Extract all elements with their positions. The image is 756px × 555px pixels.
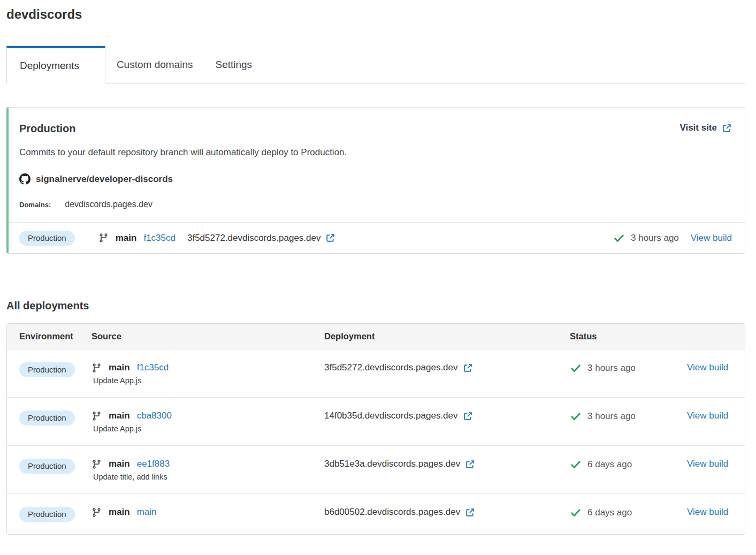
check-icon [613, 232, 625, 244]
production-deployment-row: Production main f1c35cd 3f5d5272.devdisc… [9, 222, 745, 253]
deployment-time: 6 days ago [587, 459, 632, 470]
branch-name: main [109, 410, 130, 421]
page-title: devdiscords [6, 5, 745, 24]
environment-badge: Production [19, 362, 75, 377]
github-icon [19, 173, 30, 185]
deployment-url-text: 14f0b35d.devdiscords.pages.dev [324, 410, 458, 421]
domains-label: Domains: [19, 201, 51, 209]
table-row: Production main ee1f883 Update title, ad… [7, 445, 745, 493]
deployment-url[interactable]: 3f5d5272.devdiscords.pages.dev [187, 233, 336, 244]
view-build-link[interactable]: View build [687, 362, 728, 372]
deployments-table-header: Environment Source Deployment Status [7, 324, 745, 349]
deployment-time: 3 hours ago [631, 233, 679, 244]
deployment-time: 3 hours ago [587, 363, 636, 374]
column-header-environment: Environment [19, 331, 91, 341]
deployment-url[interactable]: 3db51e3a.devdiscords.pages.dev [324, 459, 570, 469]
deployment-status: 6 days ago [570, 459, 687, 470]
view-build-link[interactable]: View build [687, 507, 728, 517]
environment-badge: Production [19, 459, 75, 474]
deployment-url[interactable]: 3f5d5272.devdiscords.pages.dev [324, 362, 570, 373]
environment-badge: Production [19, 231, 75, 246]
visit-site-label: Visit site [679, 123, 717, 133]
external-link-icon [722, 123, 732, 133]
check-icon [570, 362, 582, 374]
external-link-icon [325, 233, 335, 243]
tab-bar: Deployments Custom domains Settings [6, 46, 745, 83]
table-row: Production main main b6d00502.devdiscord… [7, 493, 745, 534]
external-link-icon [465, 459, 475, 469]
production-card-title: Production [19, 123, 76, 135]
deployment-status: 3 hours ago [570, 410, 687, 422]
tab-label: Settings [215, 59, 252, 71]
deployment-time: 3 hours ago [587, 411, 636, 422]
deployment-url[interactable]: 14f0b35d.devdiscords.pages.dev [324, 410, 570, 421]
deployment-url-text: b6d00502.devdiscords.pages.dev [324, 507, 460, 518]
deployment-status: 6 days ago [570, 507, 687, 519]
visit-site-link[interactable]: Visit site [679, 123, 732, 133]
commit-message: Update title, add links [91, 473, 324, 481]
table-row: Production main f1c35cd Update App.js 3f… [7, 349, 745, 397]
column-header-source: Source [91, 331, 324, 341]
branch-name: main [116, 233, 137, 244]
external-link-icon [465, 507, 475, 518]
tab-label: Custom domains [117, 59, 193, 71]
commit-link[interactable]: main [137, 507, 157, 518]
tab-settings[interactable]: Settings [204, 46, 263, 83]
commit-message: Update App.js [91, 376, 324, 385]
commit-link[interactable]: f1c35cd [143, 233, 175, 244]
tab-label: Deployments [20, 60, 79, 72]
pages-project-page: devdiscords Deployments Custom domains S… [0, 0, 756, 535]
domains-line: Domains: devdiscords.pages.dev [19, 200, 732, 209]
deployment-status: 3 hours ago [570, 362, 687, 374]
repo-name: signalnerve/developer-discords [36, 174, 173, 185]
git-branch-icon [91, 507, 102, 518]
git-branch-icon [91, 363, 102, 373]
table-row: Production main cba8300 Update App.js 14… [7, 397, 745, 445]
branch-name: main [109, 362, 130, 373]
deployment-url-text: 3f5d5272.devdiscords.pages.dev [324, 362, 458, 373]
production-description: Commits to your default repository branc… [19, 147, 732, 158]
git-branch-icon [91, 459, 102, 469]
check-icon [570, 459, 582, 470]
commit-link[interactable]: f1c35cd [137, 362, 169, 373]
git-branch-icon [98, 233, 109, 243]
column-header-deployment: Deployment [324, 331, 570, 341]
deployment-status: 3 hours ago [613, 232, 679, 244]
view-build-link[interactable]: View build [687, 459, 728, 469]
branch-name: main [109, 507, 130, 518]
deployment-url-text: 3db51e3a.devdiscords.pages.dev [324, 459, 460, 469]
tab-deployments[interactable]: Deployments [6, 46, 105, 83]
environment-badge: Production [19, 507, 75, 522]
commit-link[interactable]: ee1f883 [137, 459, 170, 469]
check-icon [570, 507, 582, 519]
domains-value: devdiscords.pages.dev [65, 200, 152, 209]
external-link-icon [463, 363, 473, 373]
external-link-icon [463, 411, 473, 421]
production-card: Production Visit site Commits to your de… [6, 107, 745, 254]
deployment-time: 6 days ago [587, 507, 632, 518]
commit-message: Update App.js [91, 424, 324, 433]
branch-name: main [109, 459, 130, 469]
environment-badge: Production [19, 410, 75, 425]
view-build-link[interactable]: View build [687, 410, 728, 421]
check-icon [570, 410, 582, 422]
git-branch-icon [91, 411, 102, 421]
column-header-status: Status [570, 331, 687, 341]
deployment-url-text: 3f5d5272.devdiscords.pages.dev [187, 233, 321, 244]
repo-link[interactable]: signalnerve/developer-discords [19, 173, 732, 185]
deployment-url[interactable]: b6d00502.devdiscords.pages.dev [324, 507, 570, 518]
deployments-table-body: Production main f1c35cd Update App.js 3f… [7, 349, 745, 534]
deployments-table: Environment Source Deployment Status Pro… [6, 323, 745, 535]
tab-custom-domains[interactable]: Custom domains [105, 46, 204, 83]
all-deployments-title: All deployments [6, 300, 745, 312]
view-build-link[interactable]: View build [691, 233, 732, 244]
commit-link[interactable]: cba8300 [137, 410, 172, 421]
